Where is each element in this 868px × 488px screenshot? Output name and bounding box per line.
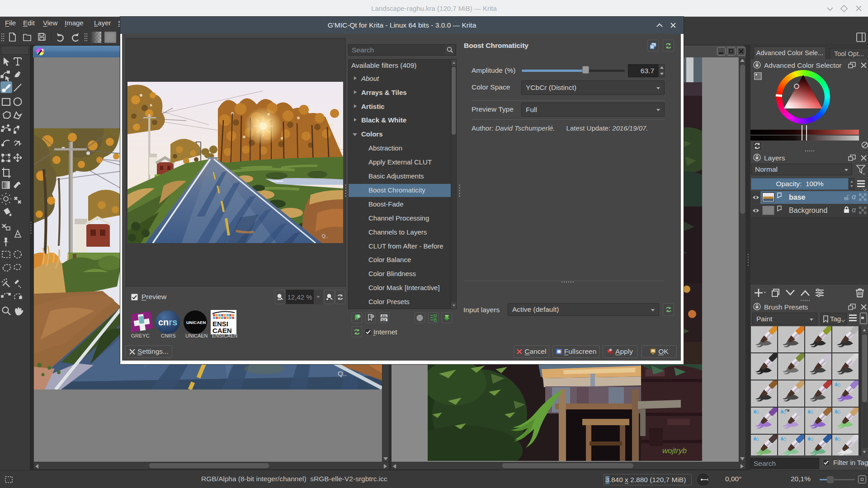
svg-text:Q..: Q.. [338, 370, 347, 377]
svg-text:Q..: Q.. [322, 234, 328, 239]
svg-text:Def: Def [382, 318, 387, 321]
svg-text:Abc: Abc [382, 314, 387, 318]
svg-text:cnrs: cnrs [158, 317, 177, 327]
svg-text:wojtryb: wojtryb [662, 446, 687, 455]
svg-text:UNiCAEN: UNiCAEN [186, 320, 206, 325]
